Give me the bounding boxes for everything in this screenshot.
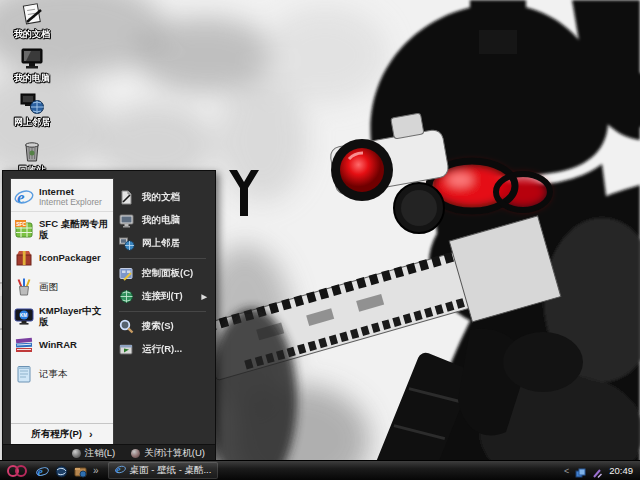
desktop-icon-my-documents[interactable]: 我的文档	[3, 2, 61, 39]
start-menu-places-column: 我的文档 我的电脑	[113, 178, 212, 445]
run-icon	[118, 341, 135, 358]
tray-input-method-icon[interactable]	[592, 465, 603, 476]
shut-down-label: 关闭计算机(U)	[144, 447, 205, 460]
desktop-screen: 我的文档 我的电脑 网上邻居	[0, 0, 640, 480]
taskbar-clock[interactable]: 20:49	[609, 465, 633, 476]
menu-item-label: 画图	[39, 281, 58, 292]
my-computer-icon	[17, 46, 47, 72]
task-internet-explorer-icon: e	[115, 464, 126, 477]
tray-collapse-chevron[interactable]: <	[564, 466, 569, 476]
log-off-icon	[72, 449, 81, 458]
search-icon	[118, 318, 135, 335]
menu-item-my-computer[interactable]: 我的电脑	[113, 209, 212, 232]
menu-item-control-panel[interactable]: 控制面板(C)	[113, 262, 212, 285]
desktop-icon-network-places[interactable]: 网上邻居	[3, 90, 61, 127]
menu-item-label: WinRAR	[39, 339, 77, 350]
taskbar: e » e	[0, 460, 640, 480]
svg-text:e: e	[38, 465, 44, 478]
sfc-icon: SFC	[14, 219, 34, 239]
internet-explorer-icon: e	[14, 187, 34, 207]
control-panel-icon	[118, 265, 135, 282]
all-programs-button[interactable]: 所有程序(P) ›	[11, 423, 113, 444]
quick-launch: e »	[36, 464, 98, 477]
connect-to-icon	[118, 288, 135, 305]
menu-separator	[119, 311, 206, 312]
network-places-icon	[118, 235, 135, 252]
shut-down-button[interactable]: 关闭计算机(U)	[131, 447, 205, 460]
desktop-icon-my-computer[interactable]: 我的电脑	[3, 46, 61, 83]
my-documents-icon	[17, 2, 47, 28]
menu-item-notepad[interactable]: 记事本	[11, 359, 113, 388]
taskbar-task-button[interactable]: e 桌面 - 壁纸 - 桌酷...	[108, 462, 219, 479]
submenu-arrow-icon: ▶	[202, 293, 207, 301]
menu-item-label: IconPackager	[39, 252, 101, 263]
menu-item-label: 我的文档	[142, 191, 180, 204]
menu-item-my-documents[interactable]: 我的文档	[113, 186, 212, 209]
all-programs-arrow-icon: ›	[89, 428, 93, 440]
menu-item-sfc[interactable]: SFC SFC 桌酷网专用版	[11, 214, 113, 243]
log-off-button[interactable]: 注销(L)	[72, 447, 116, 460]
recycle-bin-icon	[17, 138, 47, 164]
menu-item-network-places[interactable]: 网上邻居	[113, 232, 212, 255]
desktop-icon-label: 我的电脑	[3, 73, 61, 83]
desktop-icon-label: 我的文档	[3, 29, 61, 39]
quicklaunch-overflow-chevron[interactable]: »	[93, 465, 98, 476]
paint-icon	[14, 277, 34, 297]
svg-text:SFC: SFC	[16, 220, 26, 226]
menu-item-title: Internet	[39, 186, 102, 197]
menu-item-winrar[interactable]: WinRAR	[11, 330, 113, 359]
tray-network-status-icon[interactable]	[575, 465, 586, 476]
menu-item-kmplayer[interactable]: KM KMPlayer中文版	[11, 301, 113, 330]
log-off-label: 注销(L)	[85, 447, 116, 460]
kmplayer-icon: KM	[14, 306, 34, 326]
quicklaunch-folder-web-icon[interactable]	[74, 464, 87, 477]
menu-item-internet[interactable]: e Internet Internet Explorer	[11, 182, 113, 212]
svg-text:KM: KM	[20, 313, 27, 318]
task-button-label: 桌面 - 壁纸 - 桌酷...	[130, 464, 212, 477]
shut-down-icon	[131, 449, 140, 458]
menu-item-label: 网上邻居	[142, 237, 180, 250]
start-infinity-icon	[7, 465, 27, 477]
menu-item-subtitle: Internet Explorer	[39, 197, 102, 207]
menu-item-label: 运行(R)...	[142, 343, 182, 356]
svg-text:e: e	[116, 464, 121, 475]
system-tray: < 20:49	[564, 465, 640, 476]
menu-item-iconpackager[interactable]: IconPackager	[11, 243, 113, 272]
menu-item-label: 控制面板(C)	[142, 267, 193, 280]
notepad-icon	[14, 364, 34, 384]
menu-item-label: 搜索(S)	[142, 320, 174, 333]
start-menu-pinned-column: e Internet Internet Explorer	[10, 178, 114, 445]
all-programs-label: 所有程序(P)	[31, 428, 82, 441]
quicklaunch-globe-browser-icon[interactable]	[55, 464, 68, 477]
quicklaunch-internet-explorer-icon[interactable]: e	[36, 464, 49, 477]
menu-item-run[interactable]: 运行(R)...	[113, 338, 212, 361]
menu-item-label: 记事本	[39, 368, 68, 379]
menu-item-connect-to[interactable]: 连接到(T) ▶	[113, 285, 212, 308]
menu-item-paint[interactable]: 画图	[11, 272, 113, 301]
desktop-icon-label: 网上邻居	[3, 117, 61, 127]
winrar-icon	[14, 335, 34, 355]
menu-item-label: KMPlayer中文版	[39, 305, 110, 327]
menu-item-search[interactable]: 搜索(S)	[113, 315, 212, 338]
iconpackager-icon	[14, 248, 34, 268]
start-button[interactable]	[0, 461, 34, 480]
menu-item-label: 连接到(T)	[142, 290, 183, 303]
my-computer-icon	[118, 212, 135, 229]
start-menu: e Internet Internet Explorer	[2, 170, 216, 463]
network-places-icon	[17, 90, 47, 116]
menu-separator	[119, 258, 206, 259]
menu-item-label: SFC 桌酷网专用版	[39, 218, 110, 240]
menu-item-label: 我的电脑	[142, 214, 180, 227]
my-documents-icon	[118, 189, 135, 206]
